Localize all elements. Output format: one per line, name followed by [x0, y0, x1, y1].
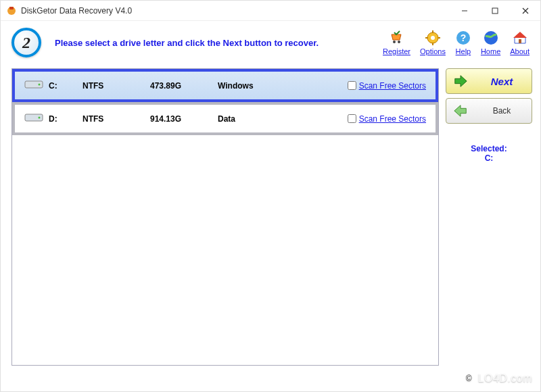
- toolbar: Register Options: [383, 30, 530, 55]
- toolbar-label: Help: [456, 47, 471, 55]
- next-label: Next: [479, 76, 525, 87]
- svg-point-9: [431, 36, 435, 40]
- drive-letter: C:: [49, 81, 83, 91]
- close-button[interactable]: [510, 1, 540, 20]
- drive-row[interactable]: D: NTFS 914.13G Data Scan Free Sectors: [12, 102, 438, 135]
- selected-label: Selected:: [446, 144, 532, 153]
- arrow-left-icon: [453, 103, 468, 118]
- register-link[interactable]: Register: [383, 30, 410, 55]
- svg-point-21: [39, 117, 41, 119]
- drive-filesystem: NTFS: [83, 114, 150, 124]
- house-icon: [512, 30, 528, 46]
- svg-point-19: [39, 84, 41, 86]
- window-controls: [449, 1, 540, 20]
- titlebar: DiskGetor Data Recovery V4.0: [1, 1, 540, 21]
- toolbar-label: Options: [420, 47, 446, 55]
- minimize-button[interactable]: [449, 1, 479, 20]
- watermark-text: LO4D.com: [478, 372, 532, 385]
- app-icon: [6, 5, 17, 16]
- svg-point-6: [393, 41, 396, 43]
- app-window: DiskGetor Data Recovery V4.0 2 Please se…: [0, 0, 541, 392]
- toolbar-label: Register: [383, 47, 410, 55]
- next-button[interactable]: Next: [446, 68, 532, 94]
- scan-label: Scan Free Sectors: [359, 114, 426, 124]
- svg-point-7: [398, 41, 400, 43]
- header-section: 2 Please select a drive letter and click…: [1, 21, 540, 63]
- main-area: C: NTFS 473.89G Windows Scan Free Sector…: [1, 63, 540, 374]
- arrow-right-icon: [453, 74, 468, 89]
- selected-value: C:: [446, 153, 532, 163]
- back-label: Back: [479, 106, 525, 116]
- svg-point-16: [484, 31, 498, 45]
- drive-size: 473.89G: [150, 81, 218, 91]
- drive-row[interactable]: C: NTFS 473.89G Windows Scan Free Sector…: [12, 69, 438, 102]
- step-badge: 2: [11, 28, 41, 57]
- selected-info: Selected: C:: [446, 144, 532, 163]
- svg-rect-17: [519, 39, 521, 43]
- globe-icon: [483, 30, 499, 46]
- help-link[interactable]: ? Help: [455, 30, 471, 55]
- scan-free-sectors[interactable]: Scan Free Sectors: [348, 81, 426, 91]
- window-title: DiskGetor Data Recovery V4.0: [21, 6, 132, 16]
- help-icon: ?: [455, 30, 471, 46]
- drive-letter: D:: [49, 114, 83, 124]
- drive-label: Windows: [218, 81, 319, 91]
- gear-icon: [425, 30, 441, 46]
- scan-free-sectors[interactable]: Scan Free Sectors: [348, 114, 426, 124]
- svg-text:?: ?: [461, 32, 467, 43]
- home-link[interactable]: Home: [481, 30, 500, 55]
- maximize-button[interactable]: [479, 1, 510, 20]
- drive-size: 914.13G: [150, 114, 218, 124]
- options-link[interactable]: Options: [420, 30, 446, 55]
- drive-filesystem: NTFS: [83, 81, 150, 91]
- drive-label: Data: [218, 114, 319, 124]
- cart-icon: [389, 30, 405, 46]
- scan-checkbox[interactable]: [348, 81, 356, 90]
- drive-icon: [24, 112, 43, 126]
- side-column: Next Back Selected: C:: [446, 68, 532, 366]
- instructions-text: Please select a drive letter and click t…: [55, 38, 319, 48]
- watermark: © LO4D.com: [463, 372, 532, 385]
- copyright-icon: ©: [463, 372, 475, 385]
- about-link[interactable]: About: [510, 30, 530, 55]
- svg-rect-1: [9, 7, 14, 9]
- scan-label: Scan Free Sectors: [359, 81, 426, 91]
- drive-icon: [24, 78, 43, 93]
- toolbar-label: About: [510, 47, 530, 55]
- drive-list: C: NTFS 473.89G Windows Scan Free Sector…: [11, 68, 439, 366]
- scan-checkbox[interactable]: [348, 114, 356, 123]
- svg-rect-3: [492, 8, 498, 14]
- back-button[interactable]: Back: [446, 98, 532, 124]
- toolbar-label: Home: [481, 47, 500, 55]
